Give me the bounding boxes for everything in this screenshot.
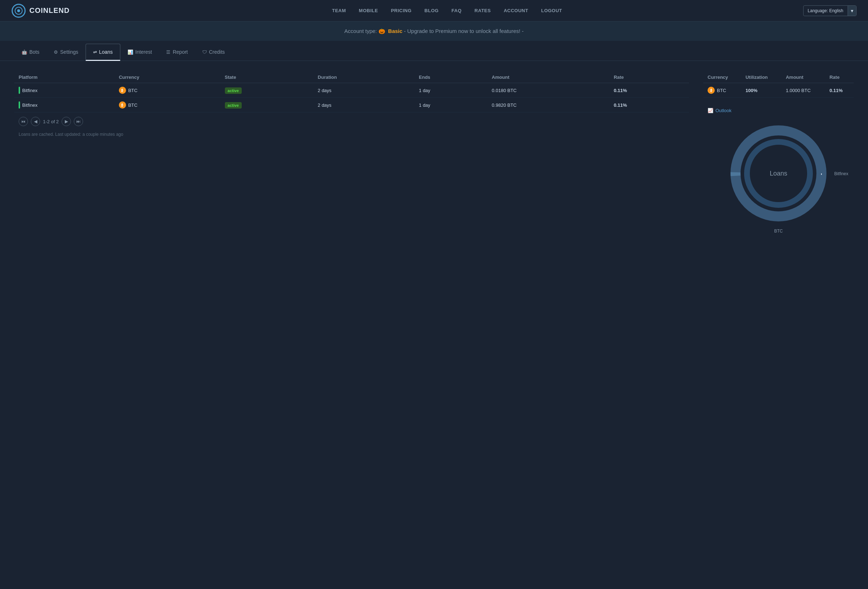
brand: COINLEND [12,4,69,18]
loan-duration: 2 days [313,98,415,112]
crown-icon: 🎃 [378,28,387,34]
interest-icon: 📊 [127,49,133,55]
table-row: Bitfinex ₿ BTC active 2 days 1 day 0.018… [14,83,689,98]
account-banner: Account type: 🎃 Basic - Upgrade to Premi… [0,22,868,41]
report-icon: ☰ [166,49,170,55]
navbar: COINLEND TEAM MOBILE PRICING BLOG FAQ RA… [0,0,868,22]
chart-label-btc: BTC [774,229,783,234]
col-ends: Ends [415,72,488,83]
col-state: State [221,72,314,83]
table-row: Bitfinex ₿ BTC active 2 days 1 day 0.982… [14,98,689,112]
first-page-button[interactable]: ⏮ [19,117,28,126]
nav-logout[interactable]: LOGOUT [541,8,562,13]
loan-amount: 0.0180 BTC [487,83,610,98]
loan-state: active [221,83,314,98]
right-col-currency: Currency [703,72,741,83]
svg-point-2 [17,9,20,12]
chart-icon: 📈 [707,108,713,113]
col-duration: Duration [313,72,415,83]
summary-currency: ₿ BTC [703,83,741,98]
tab-interest[interactable]: 📊 Interest [120,44,159,61]
nav-blog[interactable]: BLOG [424,8,438,13]
donut-chart: Loans Bitfinex BTC [728,123,829,223]
account-type: Basic [388,28,403,34]
tab-interest-label: Interest [135,49,152,55]
platform-dot [19,101,20,108]
nav-mobile[interactable]: MOBILE [359,8,378,13]
tab-settings[interactable]: ⚙ Settings [47,44,86,61]
col-amount: Amount [487,72,610,83]
bots-icon: 🤖 [22,49,27,55]
btc-icon: ₿ [707,87,715,94]
chart-center-label: Loans [769,170,787,178]
brand-logo [12,4,26,18]
state-badge: active [225,102,242,108]
loans-icon: ⇌ [93,49,97,55]
summary-table: Currency Utilization Amount Rate ₿ BTC 1… [703,72,854,98]
tab-credits[interactable]: 🛡 Credits [195,44,232,61]
summary-amount: 1.0000 BTC [781,83,825,98]
next-page-button[interactable]: ▶ [62,117,71,126]
banner-suffix: - Upgrade to Premium now to unlock all f… [404,28,524,34]
tab-bots[interactable]: 🤖 Bots [14,44,47,61]
loan-amount: 0.9820 BTC [487,98,610,112]
right-col-utilization: Utilization [741,72,782,83]
last-page-button[interactable]: ⏭ [74,117,83,126]
loan-platform: Bitfinex [14,98,115,112]
nav-team[interactable]: TEAM [332,8,346,13]
right-col-amount: Amount [781,72,825,83]
loans-table: Platform Currency State Duration Ends Am… [14,72,689,112]
chart-label-bitfinex: Bitfinex [834,171,848,176]
nav-faq[interactable]: FAQ [452,8,462,13]
table-row: ₿ BTC 100% 1.0000 BTC 0.11% [703,83,854,98]
tab-bots-label: Bots [30,49,39,55]
loan-currency: ₿ BTC [115,98,221,112]
page-info: 1-2 of 2 [43,119,59,124]
tab-report[interactable]: ☰ Report [159,44,195,61]
summary-utilization: 100% [741,83,782,98]
right-col-rate: Rate [825,72,854,83]
banner-prefix: Account type: [344,28,377,34]
btc-icon: ₿ [119,87,126,94]
tab-report-label: Report [173,49,187,55]
loan-ends: 1 day [415,83,488,98]
chart-container: Loans Bitfinex BTC [703,123,854,223]
col-platform: Platform [14,72,115,83]
tab-loans-label: Loans [99,49,113,55]
settings-icon: ⚙ [54,49,58,55]
loan-currency: ₿ BTC [115,83,221,98]
loan-platform: Bitfinex [14,83,115,98]
summary-rate: 0.11% [825,83,854,98]
col-rate: Rate [610,72,689,83]
cache-note: Loans are cached. Last updated: a couple… [14,130,689,138]
loan-rate: 0.11% [610,83,689,98]
prev-page-button[interactable]: ◀ [31,117,40,126]
right-section: Currency Utilization Amount Rate ₿ BTC 1… [703,72,854,223]
nav-right: Language: English ▾ [803,5,856,16]
loan-duration: 2 days [313,83,415,98]
state-badge: active [225,87,242,94]
loan-state: active [221,98,314,112]
btc-icon: ₿ [119,101,126,108]
tab-settings-label: Settings [60,49,78,55]
loan-ends: 1 day [415,98,488,112]
loan-rate: 0.11% [610,98,689,112]
nav-rates[interactable]: RATES [474,8,491,13]
language-dropdown-icon[interactable]: ▾ [847,6,856,16]
nav-links: TEAM MOBILE PRICING BLOG FAQ RATES ACCOU… [91,8,803,13]
brand-name: COINLEND [30,6,69,15]
language-label: Language: English [803,6,847,15]
nav-account[interactable]: ACCOUNT [504,8,528,13]
language-selector[interactable]: Language: English ▾ [803,5,856,16]
credits-icon: 🛡 [202,49,207,55]
tab-credits-label: Credits [209,49,225,55]
col-currency: Currency [115,72,221,83]
tabs-container: 🤖 Bots ⚙ Settings ⇌ Loans 📊 Interest ☰ R… [0,44,868,61]
loans-table-section: Platform Currency State Duration Ends Am… [14,72,689,223]
tab-loans[interactable]: ⇌ Loans [86,44,120,61]
pagination: ⏮ ◀ 1-2 of 2 ▶ ⏭ [14,112,689,130]
platform-dot [19,87,20,94]
main-content: Platform Currency State Duration Ends Am… [0,61,868,234]
nav-pricing[interactable]: PRICING [391,8,412,13]
outlook-link[interactable]: 📈 Outlook [703,105,854,116]
